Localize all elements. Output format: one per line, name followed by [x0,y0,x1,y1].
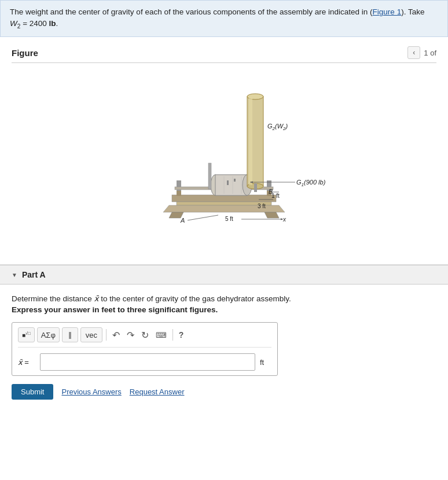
request-answer-link[interactable]: Request Answer [130,387,185,396]
figure-nav: ‹ 1 of [407,46,436,59]
svg-rect-16 [227,180,229,185]
answer-box: ■√□ AΣφ ‖ vec ↶ ↷ ↻ ⌨ [12,322,278,376]
toolbar-separator-1 [106,329,107,341]
answer-toolbar: ■√□ AΣφ ‖ vec ↶ ↷ ↻ ⌨ [18,327,271,348]
part-a-content: Determine the distance x̄ to the center … [0,285,448,411]
figure-prev-button[interactable]: ‹ [407,46,420,59]
action-buttons: Submit Previous Answers Request Answer [12,384,436,400]
svg-marker-7 [163,205,285,212]
figure-image-area: G2(W2) G1(900 lb) B 3 ft 1 ft 5 ft x A [12,68,436,259]
problem-banner: The weight and the center of gravity of … [0,0,448,37]
figure-page-label: 1 of [424,49,436,57]
svg-text:G2(W2): G2(W2) [267,123,288,131]
part-a-label: Part A [22,270,46,279]
svg-text:1 ft: 1 ft [271,193,280,199]
undo-button[interactable]: ↶ [110,328,122,342]
svg-text:A: A [180,217,185,224]
symbols-label: AΣφ [41,331,56,339]
svg-marker-9 [265,212,279,218]
undo-icon: ↶ [112,330,120,341]
svg-text:G1(900 lb): G1(900 lb) [296,179,326,187]
answer-input[interactable] [40,353,255,371]
problem-equation: W2 = 2400 lb. [10,19,58,28]
submit-button[interactable]: Submit [12,384,53,400]
redo-icon: ↷ [127,330,134,341]
toolbar-separator-2 [172,329,173,341]
vec-button[interactable]: vec [80,327,102,342]
part-instruction: Express your answer in feet to three sig… [12,305,436,314]
svg-rect-23 [254,183,257,192]
refresh-button[interactable]: ↻ [139,328,151,342]
input-row: x̄ = ft [18,353,271,371]
symbols-button[interactable]: AΣφ [37,327,60,342]
keyboard-button[interactable]: ⌨ [153,330,169,341]
matrix-button[interactable]: ‖ [62,327,78,342]
help-button[interactable]: ? [177,329,186,341]
redo-button[interactable]: ↷ [124,328,137,342]
part-a-header: ▼ Part A [0,265,448,285]
figure-title: Figure [12,48,38,58]
figure-section: Figure ‹ 1 of [0,37,448,265]
vec-label: vec [86,331,97,339]
svg-text:5 ft: 5 ft [225,216,233,222]
matrix-label: ‖ [68,331,72,339]
figure-header: Figure ‹ 1 of [12,46,436,63]
svg-rect-17 [234,179,236,182]
figure-svg: G2(W2) G1(900 lb) B 3 ft 1 ft 5 ft x A [114,73,334,247]
svg-line-36 [188,215,218,220]
unit-label: ft [260,358,271,367]
part-toggle-icon[interactable]: ▼ [12,272,17,278]
svg-text:x: x [282,216,287,223]
keyboard-icon: ⌨ [156,331,167,339]
svg-text:3 ft: 3 ft [258,203,266,209]
svg-rect-0 [172,195,276,202]
problem-statement: The weight and the center of gravity of … [10,8,424,16]
figure-link[interactable]: Figure 1 [373,8,402,16]
svg-rect-22 [208,163,211,189]
part-question: Determine the distance x̄ to the center … [12,294,436,303]
previous-answers-link[interactable]: Previous Answers [61,387,121,396]
fraction-button[interactable]: ■√□ [18,327,35,342]
input-label: x̄ = [18,358,35,367]
svg-rect-21 [249,98,252,185]
refresh-icon: ↻ [141,330,149,341]
